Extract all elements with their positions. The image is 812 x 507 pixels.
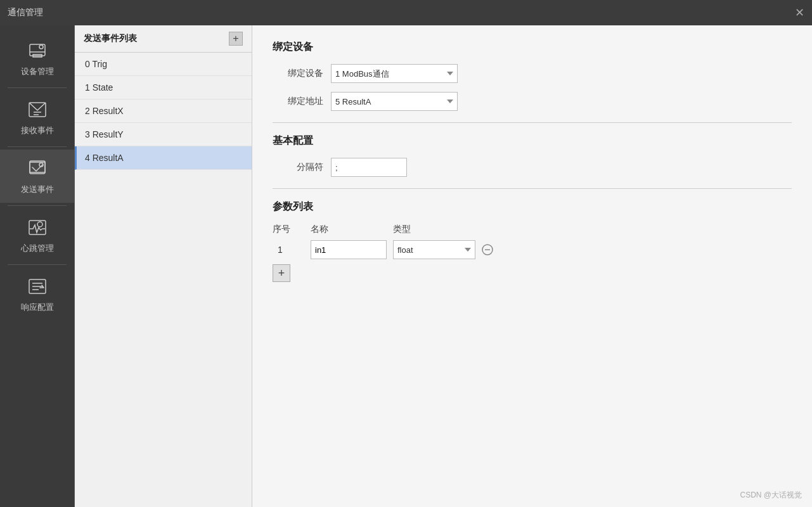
sidebar-item-send-event[interactable]: 发送事件 [0,150,74,203]
bind-address-group: 绑定地址 5 ResultA [273,92,792,111]
heartbeat-icon [26,216,49,239]
param-list-section-title: 参数列表 [273,200,792,214]
event-item-3[interactable]: 3 ResultY [75,123,252,146]
device-icon [26,39,49,62]
bind-address-label: 绑定地址 [273,96,323,107]
param-header-seq: 序号 [273,224,311,235]
param-header-name: 名称 [311,224,387,235]
sidebar-label-recv-event: 接收事件 [21,125,54,136]
sidebar-item-response-config[interactable]: 响应配置 [0,267,74,321]
divider-2 [273,188,792,189]
event-item-4[interactable]: 4 ResultA [75,146,252,170]
sidebar-label-device-mgmt: 设备管理 [21,66,54,77]
event-list-header: 发送事件列表 + [75,25,252,53]
bind-address-select[interactable]: 5 ResultA [331,92,458,111]
main-layout: 设备管理 接收事件 [0,25,812,507]
response-icon [26,275,49,298]
bind-device-section-title: 绑定设备 [273,41,792,54]
bind-device-group: 绑定设备 1 ModBus通信 [273,64,792,83]
window-title: 通信管理 [8,7,43,18]
bind-device-select[interactable]: 1 ModBus通信 [331,64,458,83]
sidebar-label-send-event: 发送事件 [21,184,54,195]
param-row-1: 1 float int string bool [273,240,792,259]
param-table: 序号 名称 类型 1 float int string bool [273,224,792,282]
bind-device-label: 绑定设备 [273,68,323,79]
sidebar-item-recv-event[interactable]: 接收事件 [0,91,74,144]
svg-point-1 [39,45,43,49]
param-table-header: 序号 名称 类型 [273,224,792,235]
event-item-2[interactable]: 2 ResultX [75,99,252,123]
svg-rect-9 [29,221,46,234]
sidebar-divider-4 [8,264,67,265]
title-bar: 通信管理 ✕ [0,0,812,25]
sidebar-divider-3 [8,205,67,206]
sidebar: 设备管理 接收事件 [0,25,75,507]
sidebar-label-response: 响应配置 [21,302,54,313]
separator-label: 分隔符 [273,162,323,173]
divider-1 [273,122,792,123]
param-name-input-1[interactable] [311,240,387,259]
event-list-title: 发送事件列表 [84,33,137,44]
basic-config-section-title: 基本配置 [273,134,792,148]
event-item-1[interactable]: 1 State [75,76,252,99]
content-panel: 绑定设备 绑定设备 1 ModBus通信 绑定地址 5 ResultA 基本配置… [252,25,812,507]
sidebar-label-heartbeat: 心跳管理 [21,243,54,254]
param-header-type: 类型 [393,224,475,235]
add-param-button[interactable]: + [273,264,290,282]
separator-group: 分隔符 [273,158,792,177]
sidebar-item-heartbeat[interactable]: 心跳管理 [0,209,74,262]
event-item-0[interactable]: 0 Trig [75,53,252,76]
svg-point-10 [37,222,42,227]
sidebar-divider-2 [8,146,67,147]
separator-input[interactable] [331,158,407,177]
param-type-select-1[interactable]: float int string bool [393,240,475,259]
param-remove-button-1[interactable] [480,243,494,257]
add-event-button[interactable]: + [229,32,243,46]
param-seq-1: 1 [273,245,311,255]
sidebar-divider-1 [8,87,67,88]
sidebar-item-device-mgmt[interactable]: 设备管理 [0,32,74,85]
footer-credit: CSDN @大话视觉 [740,490,802,501]
send-icon [26,157,49,180]
close-button[interactable]: ✕ [795,7,804,18]
recv-icon [26,98,49,121]
event-list-panel: 发送事件列表 + 0 Trig 1 State 2 ResultX 3 Resu… [75,25,252,507]
